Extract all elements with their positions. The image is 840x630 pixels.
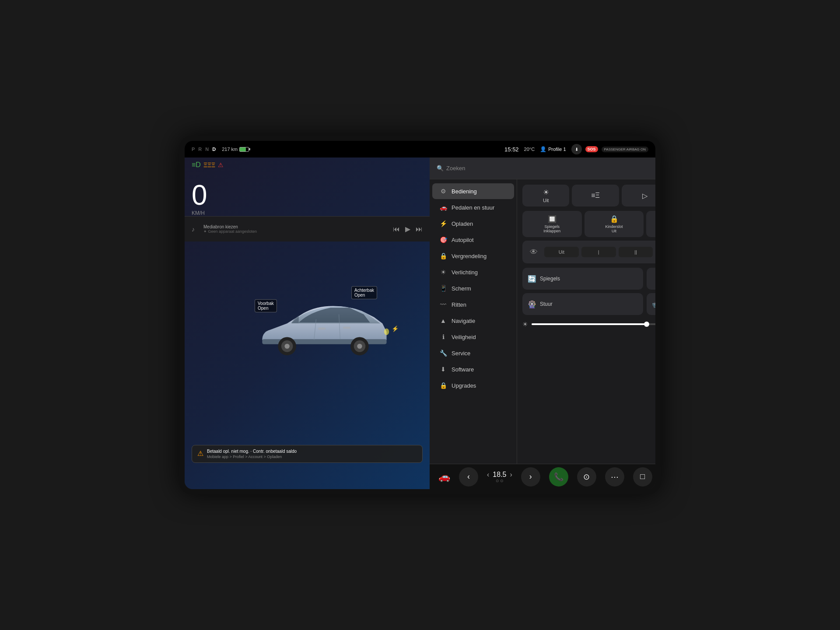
phone-btn[interactable]: 📞: [549, 467, 568, 486]
clock: 15:52: [504, 146, 519, 153]
kinderslot-label: Kinderslot Uit: [606, 224, 623, 233]
ctrl-play[interactable]: ▷: [622, 185, 655, 206]
vergrendeling-icon: 🔒: [439, 252, 447, 259]
scherm-icon: 📱: [439, 285, 447, 292]
spiegels-ctrl-btn[interactable]: 🔄 Spiegels: [522, 268, 643, 290]
mirrors-camera-row: 🔄 Spiegels 📷 Niet beschikbaar: [522, 268, 655, 290]
car-image-container: Voorbak Open Achterbak Open: [220, 201, 421, 428]
temp-nav: ‹ 18.5 ›: [487, 471, 512, 479]
menu-item-scherm[interactable]: 📱 Scherm: [432, 280, 514, 296]
wiper-1-btn[interactable]: |: [581, 247, 616, 257]
temp-right-arrow[interactable]: ›: [510, 471, 512, 479]
service-icon: 🔧: [439, 350, 447, 357]
battery-fill: [240, 147, 246, 151]
menu-label-service: Service: [452, 350, 470, 357]
wiper-row: 👁 Uit | || ||| |||| Auto: [522, 241, 655, 263]
left-panel: ≡D ΞΞΞ ⚠ 0 KM/H Voorbak Open: [185, 158, 430, 489]
menu-label-autopilot: Autopilot: [452, 237, 474, 243]
gear-n: N: [205, 147, 210, 152]
wiper-uit-btn[interactable]: Uit: [544, 247, 579, 257]
nav-next-btn[interactable]: ›: [521, 467, 540, 486]
bewaking-btn[interactable]: 📹 Bewaking: [647, 293, 655, 315]
stuur-icon: 🎡: [528, 300, 536, 308]
mirror-grid: 🔲 Spiegels Inklappen 🔒 Kinderslot Uit 🪟 …: [522, 211, 655, 237]
menu-btn[interactable]: ⋯: [605, 467, 624, 486]
menu-item-navigatie[interactable]: ▲ Navigatie: [432, 313, 514, 329]
autopilot-icon: 🎯: [439, 236, 447, 243]
raamslot-btn[interactable]: 🪟 Raamslot: [646, 211, 655, 237]
menu-item-pedalen[interactable]: 🚗 Pedalen en stuur: [432, 200, 514, 215]
square-btn[interactable]: □: [633, 467, 652, 486]
temperature-status: 20°C: [524, 147, 535, 152]
bottom-controls: 🚗 ‹ ‹ 18.5 › ⊙ ⊙ › 📞 ⊙ ⋯ □: [430, 464, 655, 489]
sun-small-icon: ☀: [543, 188, 549, 196]
opladen-icon: ⚡: [439, 220, 447, 227]
spiegels-label: Spiegels Inklappen: [543, 224, 560, 233]
car-svg: ⚡: [237, 286, 403, 365]
menu-item-opladen[interactable]: ⚡ Opladen: [432, 216, 514, 231]
verlichting-icon: ☀: [439, 269, 447, 276]
music-icon: ♪: [192, 226, 195, 233]
warning-sub: Mobiele app > Profiel > Account > Oplade…: [207, 455, 297, 459]
brightness-fill: [532, 323, 647, 325]
wiper-2-btn[interactable]: ||: [619, 247, 653, 257]
stuur-bewaking-row: 🎡 Stuur 📹 Bewaking: [522, 293, 655, 315]
software-icon: ⬇: [439, 366, 447, 373]
ctrl-uit-label: Uit: [543, 198, 549, 203]
spiegels-inklappen-btn[interactable]: 🔲 Spiegels Inklappen: [522, 211, 582, 237]
right-panel: 🔍 Zoeken 👤 Profile 1 ⬇ 🔔 ⚡ 📶: [430, 158, 655, 489]
camera-btn[interactable]: ⊙: [577, 467, 596, 486]
search-area[interactable]: 🔍 Zoeken: [437, 165, 465, 172]
play-ctrl-icon: ▷: [642, 192, 648, 200]
svg-rect-9: [318, 328, 326, 330]
wiper-icon-area: 👁: [526, 244, 542, 260]
menu-label-upgrades: Upgrades: [452, 382, 476, 389]
brightness-auto-row: ☀ ☀ Auto: [522, 318, 655, 334]
battery-icon: [239, 147, 249, 152]
navigatie-icon: ▲: [439, 317, 447, 324]
download-icon[interactable]: ⬇: [571, 144, 582, 154]
menu-label-scherm: Scherm: [452, 285, 471, 292]
status-bar: P R N D 217 km 15:52 20°C 👤 Profile 1 ⬇ …: [185, 141, 655, 158]
ctrl-edge[interactable]: ≡Ξ: [572, 185, 619, 206]
airbag-badge: PASSENGER AIRBAG ON: [602, 147, 648, 152]
stuur-label: Stuur: [540, 301, 553, 307]
main-content: ≡D ΞΞΞ ⚠ 0 KM/H Voorbak Open: [185, 158, 655, 489]
headlight-icon: ≡D: [192, 161, 201, 169]
menu-item-autopilot[interactable]: 🎯 Autopilot: [432, 232, 514, 248]
nav-prev-btn[interactable]: ‹: [459, 467, 478, 486]
menu-item-vergrendeling[interactable]: 🔒 Vergrendeling: [432, 248, 514, 264]
svg-point-6: [357, 344, 362, 349]
achterbak-label: Achterbak Open: [351, 286, 377, 299]
top-status-icons: ≡D ΞΞΞ ⚠: [192, 161, 224, 169]
menu-label-pedalen: Pedalen en stuur: [452, 204, 494, 211]
menu-label-ritten: Ritten: [452, 301, 466, 308]
brightness-slider[interactable]: [532, 323, 655, 325]
stuur-btn[interactable]: 🎡 Stuur: [522, 293, 643, 315]
menu-item-software[interactable]: ⬇ Software: [432, 361, 514, 377]
veiligheid-icon: ℹ: [439, 333, 447, 340]
menu-item-veiligheid[interactable]: ℹ Veiligheid: [432, 329, 514, 345]
brightness-low-icon: ☀: [522, 321, 528, 328]
kinderslot-btn[interactable]: 🔒 Kinderslot Uit: [584, 211, 644, 237]
menu-item-service[interactable]: 🔧 Service: [432, 345, 514, 361]
menu-item-upgrades[interactable]: 🔒 Upgrades: [432, 378, 514, 393]
menu-item-ritten[interactable]: 〰 Ritten: [432, 297, 514, 312]
menu-label-navigatie: Navigatie: [452, 318, 475, 324]
svg-text:⚡: ⚡: [392, 325, 399, 332]
display-buttons-row: ☀ Uit ≡Ξ ▷ Auto: [522, 185, 655, 206]
menu-item-verlichting[interactable]: ☀ Verlichting: [432, 264, 514, 280]
profile-status: 👤 Profile 1: [540, 146, 566, 152]
controls-panel: ☀ Uit ≡Ξ ▷ Auto: [517, 179, 655, 464]
voorbak-label: Voorbak Open: [255, 299, 277, 312]
ritten-icon: 〰: [439, 301, 447, 308]
menu-label-software: Software: [452, 366, 474, 373]
temp-left-arrow[interactable]: ‹: [487, 471, 489, 479]
pedalen-icon: 🚗: [439, 204, 447, 211]
sos-badge[interactable]: SOS: [585, 146, 598, 152]
svg-rect-10: [343, 327, 350, 329]
menu-item-bediening[interactable]: ⚙ Bediening: [432, 183, 514, 199]
ctrl-uit[interactable]: ☀ Uit: [522, 185, 569, 206]
menu-label-veiligheid: Veiligheid: [452, 334, 476, 340]
search-icon: 🔍: [437, 165, 444, 172]
